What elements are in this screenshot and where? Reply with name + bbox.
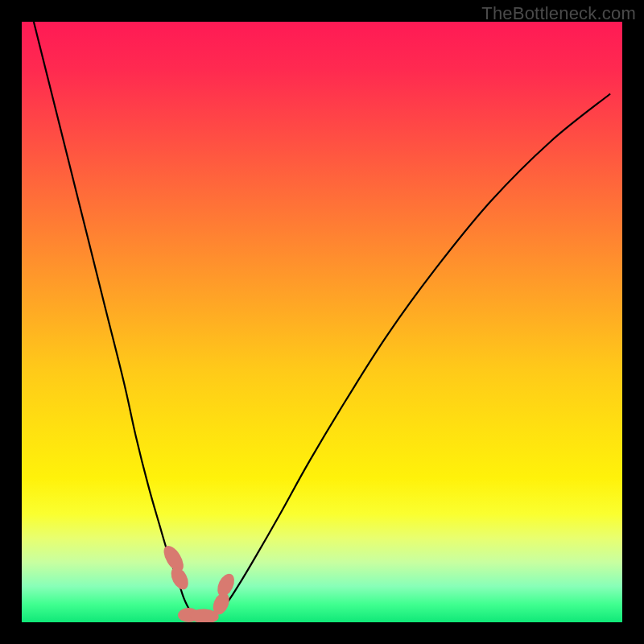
bottleneck-curve-right — [214, 94, 610, 617]
watermark-text: TheBottleneck.com — [481, 3, 636, 24]
data-marker — [167, 564, 192, 592]
data-point-markers — [160, 543, 238, 622]
bottleneck-curve-left — [34, 22, 196, 617]
chart-plot-area — [22, 22, 622, 622]
data-marker — [214, 571, 237, 599]
chart-svg — [22, 22, 622, 622]
